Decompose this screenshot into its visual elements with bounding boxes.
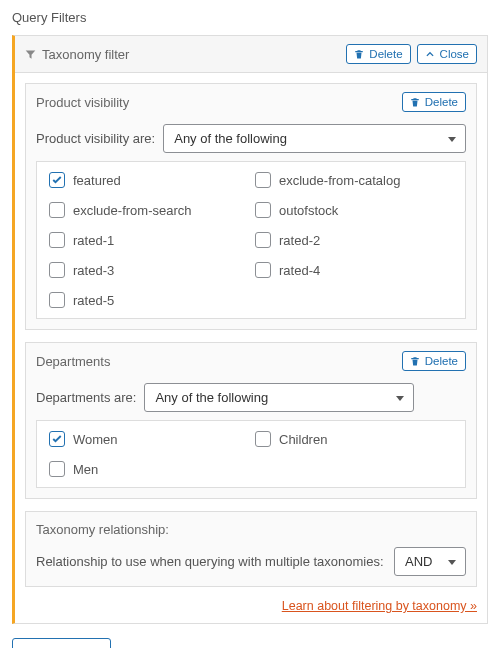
pv-option[interactable]: rated-3 [49,262,247,278]
delete-panel-label: Delete [369,48,402,60]
checkbox-box [49,461,65,477]
add-filter-button[interactable]: Add a filter [12,638,111,648]
departments-panel: Departments Delete Departments are: Any … [25,342,477,499]
panel-title: Taxonomy filter [42,47,129,62]
checkbox-box [49,202,65,218]
departments-title: Departments [36,354,402,369]
relationship-label: Relationship to use when querying with m… [36,554,386,569]
checkbox-label: outofstock [279,203,338,218]
relationship-select-wrap: AND [394,547,466,576]
close-panel-label: Close [440,48,469,60]
checkbox-box [49,292,65,308]
pv-option[interactable]: outofstock [255,202,453,218]
delete-panel-button[interactable]: Delete [346,44,410,64]
checkbox-label: Women [73,432,118,447]
delete-departments-button[interactable]: Delete [402,351,466,371]
checkbox-label: rated-1 [73,233,114,248]
checkbox-box [49,431,65,447]
pv-option[interactable]: rated-1 [49,232,247,248]
pv-option[interactable]: exclude-from-search [49,202,247,218]
checkbox-label: Men [73,462,98,477]
pv-option[interactable]: rated-2 [255,232,453,248]
pv-option[interactable]: rated-4 [255,262,453,278]
dep-option[interactable]: Children [255,431,453,447]
trash-icon [410,356,420,366]
funnel-icon [25,49,36,60]
panel-title-wrap: Taxonomy filter [25,47,346,62]
checkbox-label: rated-5 [73,293,114,308]
checkbox-label: rated-2 [279,233,320,248]
close-panel-button[interactable]: Close [417,44,477,64]
pv-options-box: featuredexclude-from-catalogexclude-from… [36,161,466,319]
dep-option[interactable]: Men [49,461,247,477]
dep-selector-label: Departments are: [36,390,136,405]
checkbox-label: exclude-from-catalog [279,173,400,188]
pv-select-wrap: Any of the following [163,124,466,153]
checkbox-label: featured [73,173,121,188]
relationship-panel: Taxonomy relationship: Relationship to u… [25,511,477,587]
checkbox-box [255,202,271,218]
checkbox-box [49,262,65,278]
product-visibility-title: Product visibility [36,95,402,110]
delete-product-visibility-button[interactable]: Delete [402,92,466,112]
pv-option[interactable]: exclude-from-catalog [255,172,453,188]
dep-options-grid: WomenChildrenMen [49,431,453,477]
checkbox-label: exclude-from-search [73,203,192,218]
checkbox-label: rated-3 [73,263,114,278]
dep-options-box: WomenChildrenMen [36,420,466,488]
page-title: Query Filters [12,10,488,25]
relationship-select[interactable]: AND [394,547,466,576]
checkbox-label: Children [279,432,327,447]
pv-options-grid: featuredexclude-from-catalogexclude-from… [49,172,453,308]
checkbox-box [49,172,65,188]
panel-actions: Delete Close [346,44,477,64]
add-filter-row: Add a filter [12,638,488,648]
checkbox-box [49,232,65,248]
checkbox-box [255,172,271,188]
panel-header: Taxonomy filter Delete Close [15,36,487,73]
pv-select[interactable]: Any of the following [163,124,466,153]
checkbox-box [255,431,271,447]
trash-icon [354,49,364,59]
dep-select-wrap: Any of the following [144,383,414,412]
dep-select[interactable]: Any of the following [144,383,414,412]
pv-selector-label: Product visibility are: [36,131,155,146]
product-visibility-panel: Product visibility Delete Product visibi… [25,83,477,330]
chevron-up-icon [425,49,435,59]
checkbox-box [255,232,271,248]
delete-dep-label: Delete [425,355,458,367]
checkbox-box [255,262,271,278]
checkbox-label: rated-4 [279,263,320,278]
panel-body: Product visibility Delete Product visibi… [15,73,487,623]
pv-option[interactable]: featured [49,172,247,188]
delete-pv-label: Delete [425,96,458,108]
taxonomy-filter-panel: Taxonomy filter Delete Close Product vis… [12,35,488,624]
relationship-title: Taxonomy relationship: [36,522,466,537]
learn-link[interactable]: Learn about filtering by taxonomy » [25,599,477,613]
dep-option[interactable]: Women [49,431,247,447]
pv-option[interactable]: rated-5 [49,292,247,308]
trash-icon [410,97,420,107]
